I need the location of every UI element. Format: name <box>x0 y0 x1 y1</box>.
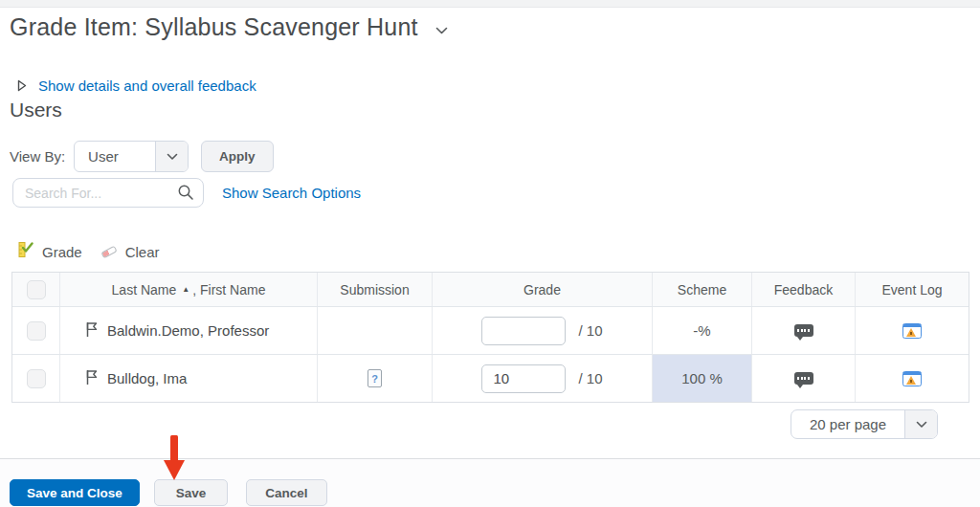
header-name[interactable]: Last Name ▲ , First Name <box>60 273 318 306</box>
event-log-icon[interactable] <box>902 323 922 339</box>
flag-icon[interactable] <box>85 369 99 388</box>
apply-button[interactable]: Apply <box>201 141 274 172</box>
per-page-select[interactable]: 20 per page <box>791 409 938 439</box>
clear-action[interactable]: Clear <box>100 243 160 260</box>
eraser-icon <box>100 243 118 260</box>
scheme-value: -% <box>653 307 752 354</box>
row-checkbox[interactable] <box>27 369 46 388</box>
header-select-all-cell <box>12 273 60 306</box>
header-scheme: Scheme <box>653 273 752 306</box>
show-search-options-link[interactable]: Show Search Options <box>222 185 361 201</box>
user-name-cell: Baldwin.Demo, Professor <box>60 307 318 354</box>
chevron-down-icon <box>904 410 937 438</box>
grade-ruler-icon <box>17 241 34 262</box>
footer-bar: Save and Close Save Cancel <box>0 458 980 507</box>
top-strip <box>0 0 980 8</box>
grade-out-of: / 10 <box>578 322 602 339</box>
search-box <box>12 178 204 208</box>
user-name-cell: Bulldog, Ima <box>60 355 318 402</box>
grade-item-page: Grade Item: Syllabus Scavenger Hunt Show… <box>0 0 980 507</box>
cancel-button[interactable]: Cancel <box>246 479 326 506</box>
feedback-icon[interactable] <box>794 324 813 337</box>
search-input[interactable] <box>12 178 204 208</box>
view-by-label: View By: <box>10 148 65 165</box>
expand-collapsed-icon[interactable] <box>17 79 27 92</box>
grade-toolbar: Grade Clear <box>17 241 169 262</box>
table-row: Bulldog, Ima ? / 10 100 % <box>12 354 969 402</box>
view-by-select[interactable]: User <box>74 141 189 172</box>
submission-cell: ? <box>318 355 433 402</box>
grades-table: Last Name ▲ , First Name Submission Grad… <box>11 272 969 403</box>
page-title: Grade Item: Syllabus Scavenger Hunt <box>10 13 418 41</box>
header-grade: Grade <box>433 273 653 306</box>
event-log-cell <box>856 307 969 354</box>
header-submission: Submission <box>318 273 433 306</box>
save-and-close-button[interactable]: Save and Close <box>10 479 140 506</box>
submission-cell <box>318 307 433 354</box>
chevron-down-icon <box>155 142 188 171</box>
footer-buttons: Save and Close Save Cancel <box>10 479 327 506</box>
title-context-menu-chevron-icon[interactable] <box>435 22 448 39</box>
view-by-selected-value: User <box>75 142 155 171</box>
grade-input[interactable] <box>481 317 566 345</box>
header-event-log: Event Log <box>856 273 969 306</box>
save-button[interactable]: Save <box>154 479 229 506</box>
event-log-cell <box>856 355 969 402</box>
row-select-cell <box>12 307 60 354</box>
users-heading: Users <box>10 99 62 121</box>
event-log-icon[interactable] <box>902 371 922 386</box>
pagination: 20 per page <box>791 409 938 439</box>
table-row: Baldwin.Demo, Professor / 10 -% <box>12 306 969 354</box>
grade-action[interactable]: Grade <box>17 241 82 262</box>
header-name-label: Last Name <box>112 282 177 298</box>
page-title-row: Grade Item: Syllabus Scavenger Hunt <box>10 13 448 41</box>
select-all-checkbox[interactable] <box>27 280 46 299</box>
user-name: Bulldog, Ima <box>107 370 187 386</box>
grade-out-of: / 10 <box>578 370 602 386</box>
flag-icon[interactable] <box>85 321 99 341</box>
grade-input[interactable] <box>481 364 566 393</box>
search-row: Show Search Options <box>12 178 361 208</box>
header-name-suffix: , First Name <box>192 282 265 298</box>
per-page-value: 20 per page <box>791 410 904 438</box>
show-details-link[interactable]: Show details and overall feedback <box>38 77 256 94</box>
header-feedback: Feedback <box>752 273 856 306</box>
table-header-row: Last Name ▲ , First Name Submission Grad… <box>12 273 969 306</box>
row-select-cell <box>12 355 60 402</box>
search-icon[interactable] <box>177 184 194 205</box>
feedback-icon[interactable] <box>794 372 813 385</box>
clear-action-label: Clear <box>125 244 160 260</box>
grade-cell: / 10 <box>433 355 653 402</box>
feedback-cell <box>752 307 856 354</box>
details-toggle-row: Show details and overall feedback <box>17 77 256 94</box>
grade-action-label: Grade <box>42 244 82 260</box>
row-checkbox[interactable] <box>27 321 46 341</box>
view-by-row: View By: User Apply <box>10 141 274 172</box>
scheme-value: 100 % <box>653 355 752 402</box>
grade-cell: / 10 <box>433 307 653 354</box>
sort-ascending-icon: ▲ <box>182 285 189 294</box>
user-name: Baldwin.Demo, Professor <box>107 322 269 339</box>
submission-file-icon[interactable]: ? <box>368 369 382 387</box>
feedback-cell <box>752 355 856 402</box>
